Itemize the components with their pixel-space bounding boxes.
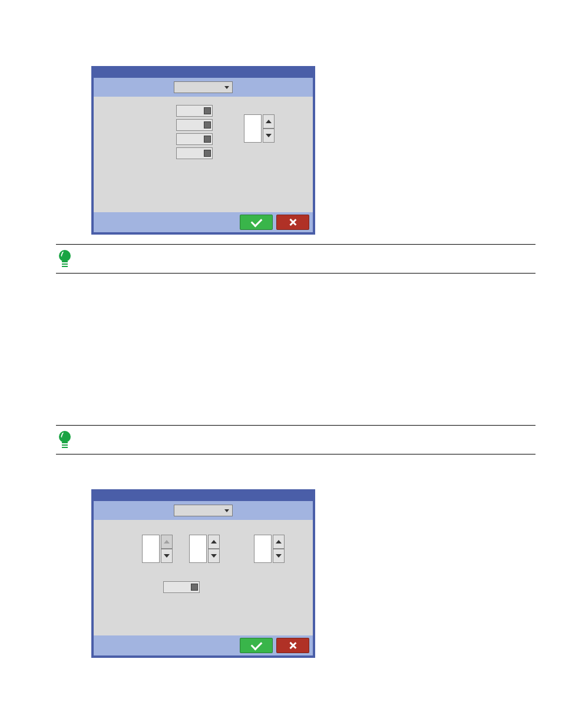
- dialog-footer: [94, 635, 313, 655]
- lightbulb-icon: [58, 431, 71, 449]
- tip-callout-2: [56, 425, 535, 454]
- chevron-down-icon: [223, 83, 231, 91]
- date-field-2[interactable]: [176, 119, 213, 131]
- dialog-2: [91, 489, 315, 658]
- close-icon: [289, 641, 297, 650]
- spinner-down-button[interactable]: [263, 129, 275, 143]
- calendar-icon: [204, 121, 211, 129]
- date-field-4[interactable]: [176, 147, 213, 159]
- value-spinner[interactable]: [244, 114, 275, 143]
- calendar-icon: [204, 107, 211, 114]
- date-field-group: [176, 103, 213, 162]
- calendar-icon: [204, 136, 211, 143]
- chevron-up-icon: [164, 540, 170, 543]
- date-field-1[interactable]: [176, 105, 213, 117]
- dialog-1: [91, 66, 315, 235]
- chevron-up-icon: [211, 540, 217, 543]
- divider: [56, 454, 535, 454]
- chevron-down-icon: [211, 554, 217, 558]
- spinner-value[interactable]: [254, 535, 272, 563]
- spinner-value[interactable]: [244, 114, 262, 143]
- dialog-titlebar: [94, 68, 313, 78]
- cancel-button[interactable]: [276, 638, 309, 653]
- spinner-value[interactable]: [142, 535, 160, 563]
- calendar-icon: [204, 150, 211, 157]
- dialog-header: [94, 78, 313, 97]
- spinner-up-button[interactable]: [208, 535, 220, 549]
- dialog-body: [94, 520, 313, 635]
- spinner-1[interactable]: [142, 535, 173, 563]
- spinner-up-button: [161, 535, 173, 549]
- date-field-3[interactable]: [176, 133, 213, 145]
- type-dropdown[interactable]: [174, 81, 233, 93]
- spinner-2[interactable]: [189, 535, 220, 563]
- check-icon: [250, 638, 262, 650]
- type-dropdown[interactable]: [174, 505, 233, 516]
- dialog-titlebar: [94, 492, 313, 501]
- spinner-up-button[interactable]: [273, 535, 285, 549]
- lightbulb-icon: [58, 250, 71, 268]
- ok-button[interactable]: [240, 215, 273, 230]
- dialog-body: [94, 97, 313, 212]
- spinner-down-button[interactable]: [273, 549, 285, 563]
- close-icon: [289, 218, 297, 226]
- divider: [56, 273, 535, 274]
- chevron-down-icon: [276, 554, 282, 558]
- chevron-down-icon: [164, 554, 170, 558]
- spinner-3[interactable]: [254, 535, 285, 563]
- spinner-down-button[interactable]: [161, 549, 173, 563]
- chevron-up-icon: [266, 120, 272, 123]
- date-field[interactable]: [163, 581, 200, 593]
- chevron-up-icon: [276, 540, 282, 543]
- spinner-down-button[interactable]: [208, 549, 220, 563]
- cancel-button[interactable]: [276, 215, 309, 230]
- tip-callout-1: [56, 244, 535, 274]
- ok-button[interactable]: [240, 638, 273, 653]
- chevron-down-icon: [223, 506, 231, 515]
- dialog-footer: [94, 212, 313, 232]
- check-icon: [250, 215, 262, 227]
- spinner-up-button[interactable]: [263, 114, 275, 129]
- spinner-value[interactable]: [189, 535, 207, 563]
- dialog-header: [94, 501, 313, 520]
- calendar-icon: [191, 584, 198, 591]
- chevron-down-icon: [266, 134, 272, 137]
